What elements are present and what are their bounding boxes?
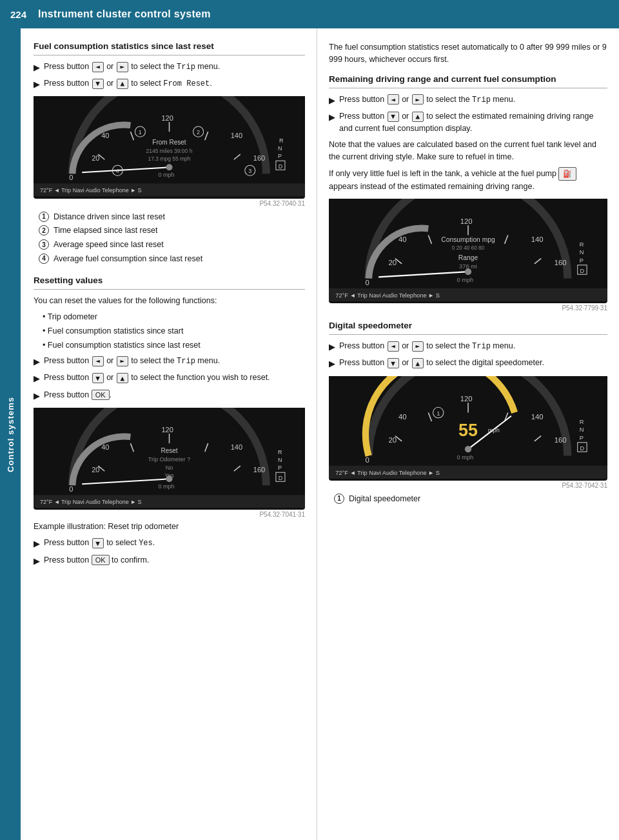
list-item: 1 Digital speedometer	[334, 493, 607, 505]
btn-left[interactable]: ◄	[92, 62, 104, 72]
btn-ok[interactable]: OK	[92, 390, 110, 400]
svg-text:72°F  ◄  Trip  Navi  Audio  Te: 72°F ◄ Trip Navi Audio Telephone ► S	[335, 292, 440, 299]
btn-right[interactable]: ►	[117, 356, 128, 366]
svg-text:P: P	[278, 465, 282, 471]
arrow-icon: ▶	[34, 355, 40, 368]
btn-right[interactable]: ►	[412, 341, 424, 352]
page-layout: Control systems Fuel consumption statist…	[0, 28, 619, 840]
section1-title: Fuel consumption statistics since last r…	[34, 41, 305, 51]
bullet-text: Press button ▼ or ▲ to select the functi…	[44, 372, 305, 384]
btn-up[interactable]: ▲	[117, 373, 128, 383]
arrow-icon: ▶	[329, 94, 335, 107]
circle-1: 1	[334, 494, 344, 504]
btn-left[interactable]: ◄	[388, 94, 399, 105]
svg-text:P: P	[278, 154, 282, 160]
section3-divider	[329, 88, 607, 88]
svg-text:0 mph: 0 mph	[158, 483, 174, 490]
svg-text:P: P	[580, 434, 584, 441]
svg-text:1: 1	[437, 410, 440, 416]
btn-down[interactable]: ▼	[388, 112, 399, 122]
svg-text:N: N	[580, 249, 584, 255]
main-content: Fuel consumption statistics since last r…	[21, 28, 619, 840]
svg-text:120: 120	[161, 114, 173, 122]
svg-text:From Reset: From Reset	[152, 139, 186, 146]
btn-right[interactable]: ►	[117, 62, 128, 72]
svg-text:0: 0	[69, 174, 73, 182]
section4-title: Digital speedometer	[329, 321, 607, 330]
arrow-icon: ▶	[329, 341, 335, 354]
bullet-text: Press button ▼ or ▲ to select From Reset…	[44, 77, 305, 90]
circle-4: 4	[39, 254, 49, 264]
svg-text:3: 3	[248, 168, 251, 175]
btn-left[interactable]: ◄	[92, 356, 104, 366]
bullet-text: Press button ◄ or ► to select the Trip m…	[44, 355, 305, 368]
svg-text:140: 140	[531, 235, 544, 243]
svg-text:0: 0	[69, 485, 73, 493]
num-list-4: 1 Digital speedometer	[334, 493, 607, 505]
svg-text:160: 160	[555, 435, 567, 443]
intro-para: The fuel consumption statistics reset au…	[329, 41, 607, 66]
fuel-pump-icon: ⛽	[558, 167, 576, 181]
svg-text:120: 120	[460, 217, 473, 225]
arrow-icon: ▶	[34, 61, 40, 74]
svg-text:0 mph: 0 mph	[457, 276, 474, 283]
svg-text:20: 20	[92, 466, 99, 474]
circle-1: 1	[39, 212, 49, 222]
list-item-text: Digital speedometer	[349, 493, 420, 505]
btn-up[interactable]: ▲	[412, 112, 424, 122]
svg-text:55: 55	[458, 420, 478, 439]
list-item-text: Distance driven since last reset	[54, 211, 165, 223]
svg-text:40: 40	[101, 132, 109, 139]
svg-text:40: 40	[398, 412, 407, 420]
svg-text:140: 140	[231, 443, 242, 451]
svg-text:0 mph: 0 mph	[158, 172, 174, 179]
svg-text:R: R	[278, 449, 282, 455]
arrow-icon: ▶	[34, 390, 40, 403]
btn-down[interactable]: ▼	[92, 538, 104, 548]
dash4-label: P54.32·7042·31	[329, 482, 607, 489]
btn-down[interactable]: ▼	[388, 358, 399, 368]
svg-text:72°F  ◄  Trip  Navi  Audio  Te: 72°F ◄ Trip Navi Audio Telephone ► S	[40, 499, 142, 505]
svg-point-98	[465, 446, 471, 452]
section3-title: Remaining driving range and current fuel…	[329, 74, 607, 84]
svg-text:40: 40	[398, 235, 407, 243]
btn-down[interactable]: ▼	[92, 373, 104, 383]
dashboard-image-2: 0 20 40 120 140 160 Reset Trip Odometer …	[34, 408, 305, 510]
list-item: 1 Distance driven since last reset	[39, 211, 305, 223]
btn-left[interactable]: ◄	[388, 341, 399, 352]
bullet-text: Press button OK to confirm.	[44, 554, 305, 566]
arrow-icon: ▶	[34, 372, 40, 385]
bullet-item: ▶ Press button ◄ or ► to select the Trip…	[34, 61, 305, 74]
svg-text:Yes: Yes	[164, 472, 174, 479]
btn-down[interactable]: ▼	[92, 79, 104, 89]
section2-title: Resetting values	[34, 275, 305, 285]
svg-text:20: 20	[389, 259, 397, 266]
dashboard-image-3: 0 20 40 120 140 160 Consumption mpg 0 20…	[329, 199, 607, 303]
page-number: 224	[10, 9, 26, 20]
bullet-item: ▶ Press button ◄ or ► to select the Trip…	[34, 355, 305, 368]
num-list-1: 1 Distance driven since last reset 2 Tim…	[39, 211, 305, 265]
svg-text:1: 1	[139, 129, 142, 135]
svg-text:160: 160	[555, 259, 567, 266]
circle-2: 2	[39, 225, 49, 235]
svg-point-13	[166, 165, 172, 171]
svg-text:Range: Range	[458, 254, 478, 261]
bullet-item: ▶ Press button ▼ or ▲ to select the func…	[34, 372, 305, 385]
svg-text:72°F  ◄  Trip  Navi  Audio  Te: 72°F ◄ Trip Navi Audio Telephone ► S	[335, 470, 440, 476]
bullet-text: Press button ▼ or ▲ to select the estima…	[339, 110, 607, 135]
btn-up[interactable]: ▲	[117, 79, 128, 89]
svg-text:72°F  ◄  Trip  Navi  Audio  Te: 72°F ◄ Trip Navi Audio Telephone ► S	[40, 188, 142, 194]
svg-text:R: R	[279, 137, 284, 144]
btn-up[interactable]: ▲	[412, 358, 424, 368]
svg-text:0: 0	[366, 279, 369, 286]
svg-text:0  20  40  60  80: 0 20 40 60 80	[452, 245, 485, 251]
btn-right[interactable]: ►	[412, 94, 424, 105]
bullet-item: ▶ Press button ▼ or ▲ to select From Res…	[34, 77, 305, 91]
arrow-icon: ▶	[34, 78, 40, 91]
section4-divider	[329, 334, 607, 335]
dashboard-image-4: 0 20 40 120 140 160 55 mph 0 mph 1	[329, 376, 607, 481]
sidebar-tab-label: Control systems	[6, 397, 15, 472]
btn-ok[interactable]: OK	[92, 555, 110, 565]
svg-text:R: R	[580, 241, 584, 248]
dash2-label: P54.32·7041·31	[34, 511, 305, 518]
